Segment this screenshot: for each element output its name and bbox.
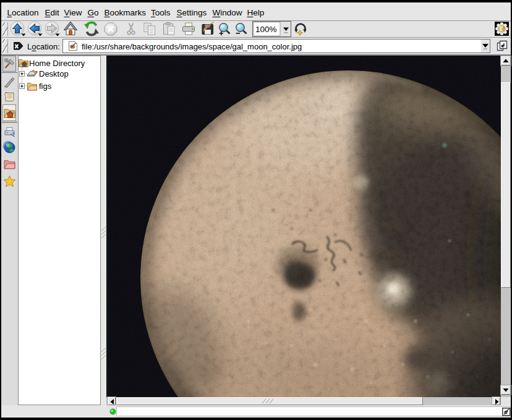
svg-text:Desktop: Desktop bbox=[39, 69, 69, 78]
svg-text:figs: figs bbox=[39, 82, 52, 91]
svg-text:Home Directory: Home Directory bbox=[29, 59, 85, 68]
